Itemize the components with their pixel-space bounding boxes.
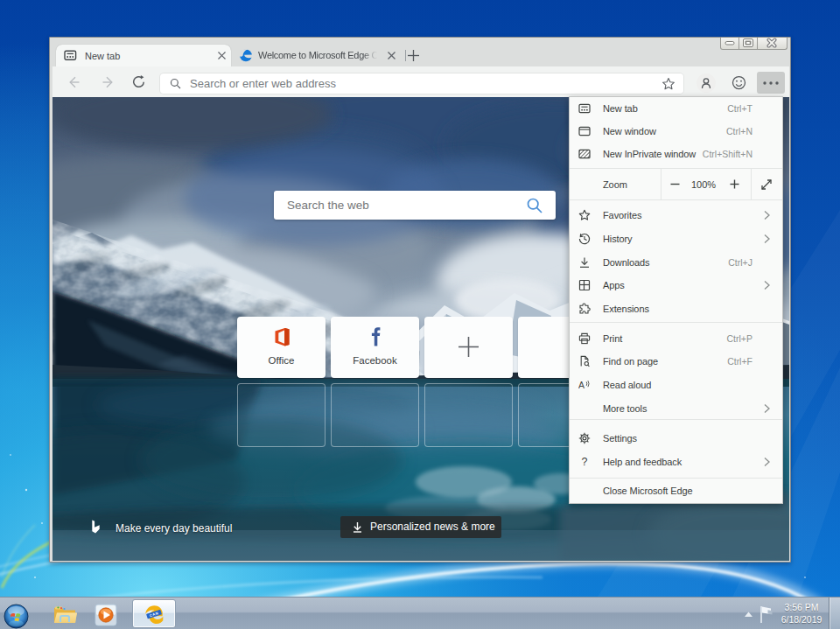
svg-text:A: A xyxy=(578,380,584,390)
